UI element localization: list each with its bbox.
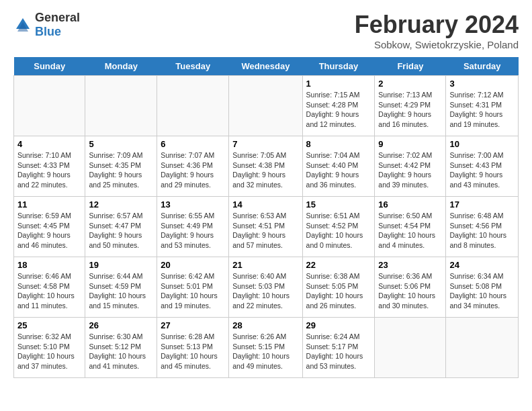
cell-content: and 53 minutes.	[161, 240, 225, 250]
calendar-cell	[375, 318, 446, 378]
calendar-cell: 28Sunrise: 6:26 AMSunset: 5:15 PMDayligh…	[229, 318, 302, 378]
cell-content: Sunset: 4:47 PM	[89, 221, 153, 231]
cell-content: Sunset: 5:03 PM	[232, 281, 298, 291]
day-header-sunday: Sunday	[14, 57, 85, 76]
main-title: February 2024	[355, 11, 519, 39]
date-number: 26	[89, 320, 153, 330]
cell-content: and 49 minutes.	[232, 361, 298, 371]
cell-content: Sunrise: 6:50 AM	[378, 211, 442, 221]
cell-content: Daylight: 10 hours	[232, 291, 298, 301]
cell-content: Sunset: 4:51 PM	[232, 221, 298, 231]
cell-content: Daylight: 9 hours	[89, 170, 153, 180]
cell-content: Sunset: 5:17 PM	[306, 342, 371, 352]
cell-content: and 32 minutes.	[232, 180, 298, 190]
cell-content: Daylight: 9 hours	[232, 170, 298, 180]
header: General Blue February 2024 Sobkow, Swiet…	[13, 11, 519, 50]
cell-content: Daylight: 10 hours	[17, 291, 81, 301]
cell-content: Daylight: 10 hours	[378, 230, 442, 240]
cell-content: Sunset: 5:08 PM	[449, 281, 515, 291]
calendar-cell: 6Sunrise: 7:07 AMSunset: 4:36 PMDaylight…	[157, 136, 229, 197]
date-number: 17	[449, 199, 515, 210]
cell-content: Sunset: 4:29 PM	[378, 100, 442, 110]
cell-content: Sunset: 4:52 PM	[306, 221, 371, 231]
cell-content: and 26 minutes.	[306, 301, 371, 311]
week-row-2: 4Sunrise: 7:10 AMSunset: 4:33 PMDaylight…	[14, 136, 519, 197]
date-number: 29	[306, 320, 371, 330]
cell-content: and 11 minutes.	[17, 301, 81, 311]
cell-content: Daylight: 10 hours	[89, 351, 153, 361]
cell-content: Daylight: 10 hours	[378, 291, 442, 301]
cell-content: Sunrise: 6:48 AM	[449, 211, 515, 221]
cell-content: Sunset: 5:13 PM	[161, 342, 225, 352]
calendar-cell: 4Sunrise: 7:10 AMSunset: 4:33 PMDaylight…	[14, 136, 85, 197]
cell-content: Sunrise: 7:09 AM	[89, 150, 153, 161]
calendar-cell: 14Sunrise: 6:53 AMSunset: 4:51 PMDayligh…	[229, 197, 302, 257]
cell-content: Daylight: 9 hours	[306, 109, 371, 120]
cell-content: Sunrise: 6:57 AM	[89, 211, 153, 221]
cell-content: Daylight: 9 hours	[232, 230, 298, 240]
calendar-cell: 10Sunrise: 7:00 AMSunset: 4:43 PMDayligh…	[446, 136, 519, 197]
cell-content: Daylight: 9 hours	[161, 170, 225, 180]
cell-content: Sunset: 5:12 PM	[89, 342, 153, 352]
cell-content: Sunset: 4:38 PM	[232, 161, 298, 171]
calendar-cell: 20Sunrise: 6:42 AMSunset: 5:01 PMDayligh…	[157, 257, 229, 318]
cell-content: and 50 minutes.	[89, 240, 153, 250]
calendar-cell: 24Sunrise: 6:34 AMSunset: 5:08 PMDayligh…	[446, 257, 519, 318]
cell-content: Sunrise: 6:36 AM	[378, 271, 442, 281]
calendar-cell: 26Sunrise: 6:30 AMSunset: 5:12 PMDayligh…	[85, 318, 157, 378]
cell-content: Sunrise: 6:30 AM	[89, 332, 153, 342]
cell-content: Sunrise: 7:12 AM	[449, 90, 515, 100]
cell-content: Daylight: 10 hours	[449, 291, 515, 301]
calendar-cell	[446, 318, 519, 378]
cell-content: Sunset: 5:06 PM	[378, 281, 442, 291]
cell-content: and 57 minutes.	[232, 240, 298, 250]
logo-blue-text: Blue	[35, 25, 61, 38]
cell-content: Daylight: 10 hours	[161, 351, 225, 361]
cell-content: and 46 minutes.	[17, 240, 81, 250]
cell-content: and 39 minutes.	[378, 180, 442, 190]
day-header-monday: Monday	[85, 57, 157, 76]
week-row-5: 25Sunrise: 6:32 AMSunset: 5:10 PMDayligh…	[14, 318, 519, 378]
calendar-cell: 27Sunrise: 6:28 AMSunset: 5:13 PMDayligh…	[157, 318, 229, 378]
cell-content: Daylight: 9 hours	[449, 170, 515, 180]
logo: General Blue	[13, 11, 80, 39]
date-number: 14	[232, 199, 298, 210]
cell-content: Daylight: 9 hours	[17, 170, 81, 180]
cell-content: and 25 minutes.	[89, 180, 153, 190]
cell-content: and 19 minutes.	[161, 301, 225, 311]
cell-content: Sunrise: 7:04 AM	[306, 150, 371, 161]
cell-content: and 4 minutes.	[378, 240, 442, 250]
day-header-wednesday: Wednesday	[229, 57, 302, 76]
week-row-1: 1Sunrise: 7:15 AMSunset: 4:28 PMDaylight…	[14, 76, 519, 136]
cell-content: Sunrise: 6:40 AM	[232, 271, 298, 281]
cell-content: Sunrise: 7:00 AM	[449, 150, 515, 161]
cell-content: Daylight: 10 hours	[306, 291, 371, 301]
cell-content: and 36 minutes.	[306, 180, 371, 190]
cell-content: Daylight: 10 hours	[89, 291, 153, 301]
date-number: 21	[232, 260, 298, 270]
cell-content: Sunset: 5:01 PM	[161, 281, 225, 291]
cell-content: Sunset: 4:33 PM	[17, 161, 81, 171]
calendar-cell: 22Sunrise: 6:38 AMSunset: 5:05 PMDayligh…	[302, 257, 375, 318]
cell-content: Daylight: 10 hours	[161, 291, 225, 301]
day-header-friday: Friday	[375, 57, 446, 76]
cell-content: Sunset: 4:40 PM	[306, 161, 371, 171]
subtitle: Sobkow, Swietokrzyskie, Poland	[355, 39, 519, 50]
cell-content: Daylight: 10 hours	[306, 351, 371, 361]
cell-content: Sunrise: 6:28 AM	[161, 332, 225, 342]
cell-content: and 37 minutes.	[17, 361, 81, 371]
cell-content: Daylight: 9 hours	[161, 230, 225, 240]
cell-content: Sunrise: 7:07 AM	[161, 150, 225, 161]
calendar-cell: 16Sunrise: 6:50 AMSunset: 4:54 PMDayligh…	[375, 197, 446, 257]
cell-content: Sunrise: 6:32 AM	[17, 332, 81, 342]
cell-content: and 16 minutes.	[378, 120, 442, 130]
date-number: 15	[306, 199, 371, 210]
cell-content: Sunrise: 6:24 AM	[306, 332, 371, 342]
cell-content: Sunset: 4:36 PM	[161, 161, 225, 171]
calendar-cell: 8Sunrise: 7:04 AMSunset: 4:40 PMDaylight…	[302, 136, 375, 197]
date-number: 24	[449, 260, 515, 270]
week-row-4: 18Sunrise: 6:46 AMSunset: 4:58 PMDayligh…	[14, 257, 519, 318]
logo-general-text: General	[35, 11, 80, 24]
calendar-cell	[229, 76, 302, 136]
calendar-cell: 15Sunrise: 6:51 AMSunset: 4:52 PMDayligh…	[302, 197, 375, 257]
